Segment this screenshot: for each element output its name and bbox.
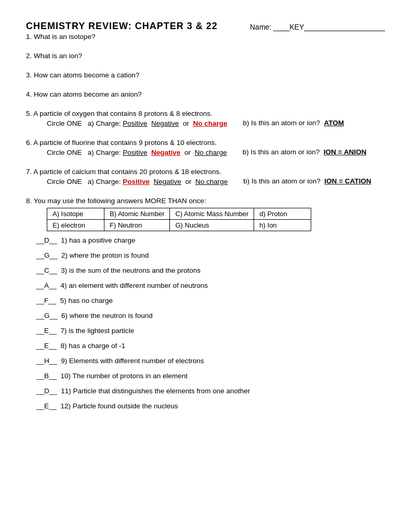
- table-cell: B) Atomic Number: [104, 208, 170, 220]
- matching-item-4: __A__ 4) an element with different numbe…: [36, 282, 385, 289]
- matching-item-5: __F__ 5) has no charge: [36, 297, 385, 304]
- question-8: 8. You may use the following answers MOR…: [26, 197, 385, 410]
- blank-11: __D__: [36, 387, 57, 395]
- question-2: 2. What is an ion?: [26, 52, 385, 60]
- matching-item-7: __E__ 7) is the lightest particle: [36, 327, 385, 335]
- matching-item-11: __D__ 11) Particle that distinguishes th…: [36, 387, 385, 395]
- blank-8: __E__: [36, 342, 57, 350]
- matching-item-12: __E__ 12) Particle found outside the nuc…: [36, 402, 385, 410]
- question-5-sub: Circle ONE a) Charge: Positive Negative …: [47, 119, 227, 127]
- blank-6: __G__: [36, 312, 58, 320]
- blank-7: __E__: [36, 327, 57, 335]
- blank-2: __G__: [36, 251, 58, 259]
- question-3: 3. How can atoms become a cation?: [26, 71, 385, 79]
- question-6-main: 6. A particle of fluorine that contains …: [26, 139, 385, 147]
- question-7-main: 7. A particle of calcium that contains 2…: [26, 168, 385, 176]
- page-title: Chemistry Review: Chapter 3 & 22: [26, 21, 218, 32]
- question-7: 7. A particle of calcium that contains 2…: [26, 168, 385, 185]
- question-4: 4. How can atoms become an anion?: [26, 90, 385, 98]
- matching-item-6: __G__ 6) where the neutron is found: [36, 312, 385, 320]
- question-4-text: 4. How can atoms become an anion?: [26, 90, 385, 98]
- blank-1: __D__: [36, 236, 57, 244]
- blank-3: __C__: [36, 267, 57, 274]
- table-row: A) Isotope B) Atomic Number C) Atomic Ma…: [47, 208, 311, 220]
- matching-item-9: __H__ 9) Elements with different number …: [36, 357, 385, 365]
- question-6-answer: b) Is this an atom or ion? ION = ANION: [243, 148, 366, 156]
- name-field: Name: ____KEY____________________: [250, 23, 385, 31]
- header: Chemistry Review: Chapter 3 & 22 1. What…: [26, 21, 385, 50]
- blank-12: __E__: [36, 402, 57, 410]
- question-1-label: 1. What is an isotope?: [26, 33, 218, 41]
- question-8-intro: 8. You may use the following answers MOR…: [26, 197, 385, 205]
- question-3-text: 3. How can atoms become a cation?: [26, 71, 385, 79]
- table-cell: G) Nucleus: [170, 220, 254, 231]
- matching-item-3: __C__ 3) is the sum of the neutrons and …: [36, 267, 385, 274]
- blank-9: __H__: [36, 357, 57, 365]
- table-cell: C) Atomic Mass Number: [170, 208, 254, 220]
- answers-table: A) Isotope B) Atomic Number C) Atomic Ma…: [47, 208, 311, 231]
- question-5-answer: b) Is this an atom or ion? ATOM: [243, 119, 344, 127]
- question-7-answer: b) Is this an atom or ion? ION = CATION: [243, 177, 371, 185]
- table-cell: d) Proton: [254, 208, 311, 220]
- matching-item-8: __E__ 8) has a charge of -1: [36, 342, 385, 350]
- matching-item-10: __B__ 10) The number of protons in an el…: [36, 372, 385, 380]
- question-5-main: 5. A particle of oxygen that contains 8 …: [26, 110, 385, 117]
- question-2-text: 2. What is an ion?: [26, 52, 385, 60]
- question-6-sub: Circle ONE a) Charge: Positive Negative …: [47, 149, 227, 156]
- question-6: 6. A particle of fluorine that contains …: [26, 139, 385, 156]
- question-5: 5. A particle of oxygen that contains 8 …: [26, 110, 385, 127]
- table-cell: h) Ion: [254, 220, 311, 231]
- question-7-sub: Circle ONE a) Charge: Positive Negative …: [47, 178, 228, 185]
- table-cell: A) Isotope: [47, 208, 104, 220]
- matching-item-2: __G__ 2) where the proton is found: [36, 251, 385, 259]
- table-cell: E) electron: [47, 220, 104, 231]
- matching-item-1: __D__ 1) has a positive charge: [36, 236, 385, 244]
- table-row: E) electron F) Neutron G) Nucleus h) Ion: [47, 220, 311, 231]
- blank-5: __F__: [36, 297, 56, 304]
- table-cell: F) Neutron: [104, 220, 170, 231]
- blank-4: __A__: [36, 282, 57, 289]
- blank-10: __B__: [36, 372, 57, 380]
